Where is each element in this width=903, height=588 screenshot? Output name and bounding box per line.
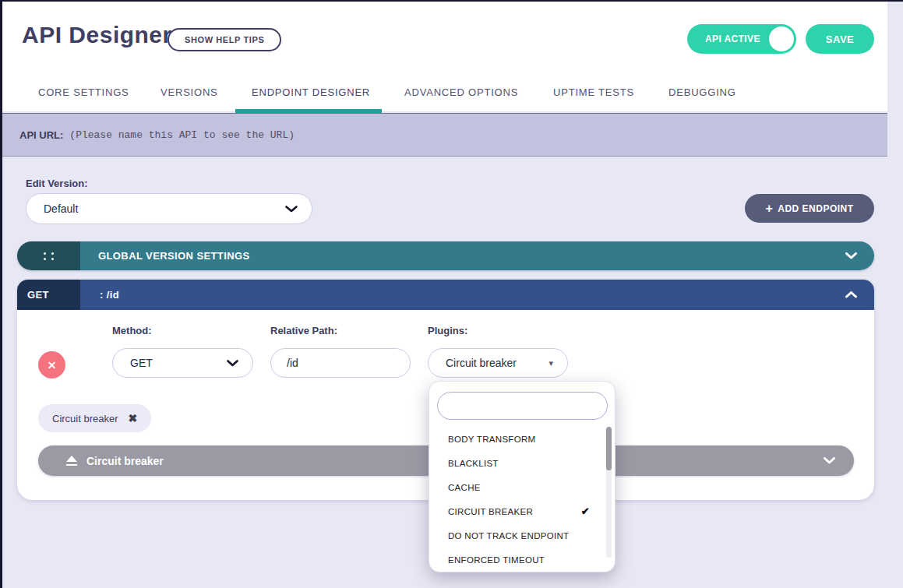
- plugin-option-do-not-track-endpoint[interactable]: DO NOT TRACK ENDPOINT: [429, 523, 615, 548]
- add-endpoint-button[interactable]: + ADD ENDPOINT: [745, 194, 874, 223]
- drag-handle-icon: [44, 252, 55, 260]
- tab-core-settings[interactable]: CORE SETTINGS: [38, 86, 129, 98]
- version-select[interactable]: Default: [26, 193, 312, 224]
- plugin-option-blacklist[interactable]: BLACKLIST: [429, 451, 615, 475]
- caret-down-icon: ▾: [549, 358, 553, 368]
- edit-version-label: Edit Version:: [26, 178, 87, 189]
- check-icon: ✔: [581, 505, 590, 517]
- plus-icon: +: [765, 202, 773, 216]
- api-active-toggle[interactable]: API ACTIVE: [687, 24, 796, 54]
- endpoint-path-badge: : /id: [100, 289, 119, 301]
- chevron-down-icon: [285, 206, 298, 213]
- relative-path-label: Relative Path:: [270, 325, 337, 336]
- chevron-down-icon: [824, 457, 835, 464]
- relative-path-field-wrap: [270, 348, 411, 378]
- method-label: Method:: [112, 325, 152, 336]
- remove-tag-icon[interactable]: ✖: [129, 412, 138, 424]
- plugin-option-cache[interactable]: CACHE: [429, 475, 615, 499]
- api-url-note: (Please name this API to see the URL): [69, 129, 295, 141]
- plugins-option-list: BODY TRANSFORM BLACKLIST CACHE CIRCUIT B…: [429, 427, 615, 572]
- circuit-breaker-panel-label: Circuit breaker: [86, 455, 164, 467]
- tab-endpoint-designer[interactable]: ENDPOINT DESIGNER: [252, 86, 370, 98]
- tab-versions[interactable]: VERSIONS: [160, 86, 218, 98]
- plugins-dropdown: BODY TRANSFORM BLACKLIST CACHE CIRCUIT B…: [429, 381, 616, 572]
- plugin-option-circuit-breaker[interactable]: CIRCUIT BREAKER ✔: [429, 499, 615, 523]
- eject-icon: [66, 456, 77, 466]
- close-icon: ✕: [48, 359, 57, 371]
- endpoint-bar-header[interactable]: : /id: [80, 280, 874, 310]
- api-designer-page: API Designer SHOW HELP TIPS API ACTIVE S…: [0, 0, 903, 588]
- toggle-knob[interactable]: [769, 26, 794, 51]
- chevron-up-icon: [845, 291, 857, 298]
- relative-path-input[interactable]: [270, 348, 411, 378]
- selected-plugin-tag-label: Circuit breaker: [52, 413, 118, 424]
- plugins-search-input[interactable]: [437, 392, 608, 420]
- method-select[interactable]: GET: [112, 348, 253, 378]
- plugins-label: Plugins:: [428, 325, 467, 336]
- plugin-option-body-transform[interactable]: BODY TRANSFORM: [429, 427, 615, 451]
- global-version-settings-header[interactable]: GLOBAL VERSION SETTINGS: [80, 241, 874, 270]
- tab-debugging[interactable]: DEBUGGING: [668, 86, 736, 98]
- scrollbar-thumb[interactable]: [606, 427, 612, 470]
- plugins-select-value: Circuit breaker: [446, 357, 517, 369]
- global-version-settings-label: GLOBAL VERSION SETTINGS: [98, 250, 250, 262]
- selected-plugin-tag: Circuit breaker ✖: [38, 404, 151, 432]
- drag-handle[interactable]: [17, 241, 80, 270]
- remove-endpoint-button[interactable]: ✕: [38, 351, 65, 379]
- version-select-value: Default: [44, 202, 78, 215]
- api-active-label: API ACTIVE: [705, 33, 760, 44]
- plugin-option-enforced-timeout[interactable]: ENFORCED TIMEOUT: [429, 548, 615, 572]
- save-button[interactable]: SAVE: [806, 24, 874, 54]
- page-title: API Designer: [22, 22, 172, 48]
- global-version-settings-bar[interactable]: GLOBAL VERSION SETTINGS: [17, 241, 874, 270]
- plugins-select[interactable]: Circuit breaker ▾: [428, 348, 568, 378]
- dropdown-scrollbar[interactable]: [606, 427, 612, 558]
- tab-advanced-options[interactable]: ADVANCED OPTIONS: [404, 86, 518, 98]
- chevron-down-icon: [845, 252, 857, 259]
- add-endpoint-label: ADD ENDPOINT: [778, 203, 853, 214]
- api-url-label: API URL:: [19, 129, 63, 141]
- chevron-down-icon: [227, 360, 238, 367]
- endpoint-bar[interactable]: GET : /id: [17, 280, 874, 310]
- page-header: API Designer SHOW HELP TIPS API ACTIVE S…: [2, 2, 887, 111]
- endpoint-method-badge: GET: [27, 289, 49, 301]
- method-select-value: GET: [130, 357, 153, 369]
- tab-uptime-tests[interactable]: UPTIME TESTS: [553, 86, 634, 98]
- endpoint-method-badge-container: GET: [17, 280, 80, 310]
- show-help-tips-button[interactable]: SHOW HELP TIPS: [168, 28, 281, 51]
- api-url-bar: API URL: (Please name this API to see th…: [2, 113, 887, 157]
